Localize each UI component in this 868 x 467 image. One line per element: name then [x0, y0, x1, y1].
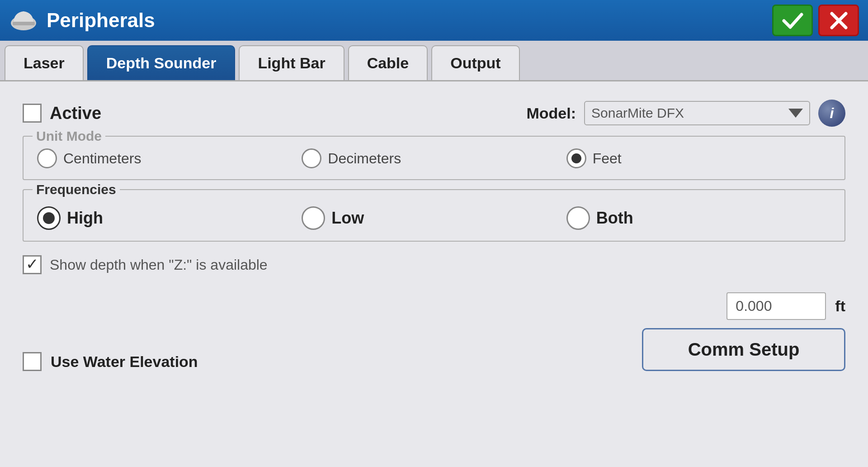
title-left: Peripherals: [9, 6, 155, 35]
radio-label-centimeters: Centimeters: [63, 150, 142, 167]
model-label: Model:: [526, 105, 576, 122]
active-label: Active: [50, 104, 101, 123]
x-icon: [826, 8, 851, 33]
active-checkbox[interactable]: [23, 104, 42, 123]
radio-high[interactable]: High: [37, 206, 302, 230]
water-elevation-row: Use Water Elevation: [23, 352, 198, 371]
tab-bar: Laser Depth Sounder Light Bar Cable Outp…: [0, 41, 868, 81]
tab-light-bar[interactable]: Light Bar: [239, 45, 344, 80]
water-elevation-checkbox[interactable]: [23, 352, 42, 371]
water-elevation-label: Use Water Elevation: [51, 353, 198, 371]
radio-decimeters[interactable]: Decimeters: [302, 148, 566, 168]
water-input-row: ft: [726, 292, 845, 320]
hardhat-icon: [9, 6, 38, 35]
app-title: Peripherals: [47, 9, 155, 32]
unit-mode-section: Unit Mode Centimeters Decimeters Feet: [23, 136, 845, 180]
radio-low[interactable]: Low: [302, 206, 566, 230]
radio-label-high: High: [67, 209, 103, 228]
radio-both[interactable]: Both: [566, 206, 831, 230]
comm-setup-button[interactable]: Comm Setup: [642, 328, 845, 371]
water-elevation-input[interactable]: [726, 292, 826, 320]
tab-depth-sounder[interactable]: Depth Sounder: [87, 45, 236, 80]
model-select-dropdown[interactable]: SonarMite DFX: [584, 101, 810, 125]
active-row: Active Model: SonarMite DFX i: [23, 100, 845, 127]
radio-outer-low: [302, 206, 325, 230]
radio-inner-high: [43, 212, 55, 224]
tab-output[interactable]: Output: [431, 45, 519, 80]
show-depth-checkbox[interactable]: [23, 255, 42, 274]
ok-button[interactable]: [772, 5, 813, 36]
title-buttons: [772, 5, 859, 36]
radio-label-low: Low: [331, 209, 364, 228]
radio-label-feet: Feet: [593, 150, 622, 167]
cancel-button[interactable]: [818, 5, 859, 36]
active-left: Active: [23, 104, 101, 123]
bottom-row: Use Water Elevation ft Comm Setup: [23, 292, 845, 371]
frequencies-label: Frequencies: [33, 182, 120, 197]
radio-outer-feet: [566, 148, 586, 168]
radio-outer-centimeters: [37, 148, 57, 168]
tab-cable[interactable]: Cable: [348, 45, 428, 80]
main-content: Active Model: SonarMite DFX i Unit Mode …: [0, 81, 868, 467]
frequencies-section: Frequencies High Low Both: [23, 189, 845, 242]
show-depth-row: Show depth when "Z:" is available: [23, 251, 845, 279]
bottom-right: ft Comm Setup: [642, 292, 845, 371]
model-row: Model: SonarMite DFX i: [526, 100, 845, 127]
show-depth-label: Show depth when "Z:" is available: [50, 257, 268, 273]
info-icon[interactable]: i: [818, 100, 845, 127]
radio-outer-decimeters: [302, 148, 321, 168]
dropdown-arrow-icon: [788, 109, 803, 118]
radio-outer-high: [37, 206, 61, 230]
title-bar: Peripherals: [0, 0, 868, 41]
radio-label-both: Both: [596, 209, 633, 228]
radio-feet[interactable]: Feet: [566, 148, 831, 168]
svg-rect-1: [13, 22, 35, 25]
radio-inner-feet: [571, 153, 581, 163]
radio-label-decimeters: Decimeters: [328, 150, 401, 167]
frequencies-radio-row: High Low Both: [37, 206, 831, 230]
tab-laser[interactable]: Laser: [5, 45, 84, 80]
checkmark-icon: [780, 8, 805, 33]
radio-centimeters[interactable]: Centimeters: [37, 148, 302, 168]
model-select-value: SonarMite DFX: [591, 105, 684, 121]
unit-mode-radio-row: Centimeters Decimeters Feet: [37, 148, 831, 168]
radio-outer-both: [566, 206, 590, 230]
unit-mode-label: Unit Mode: [33, 129, 105, 144]
water-unit-label: ft: [835, 297, 845, 315]
